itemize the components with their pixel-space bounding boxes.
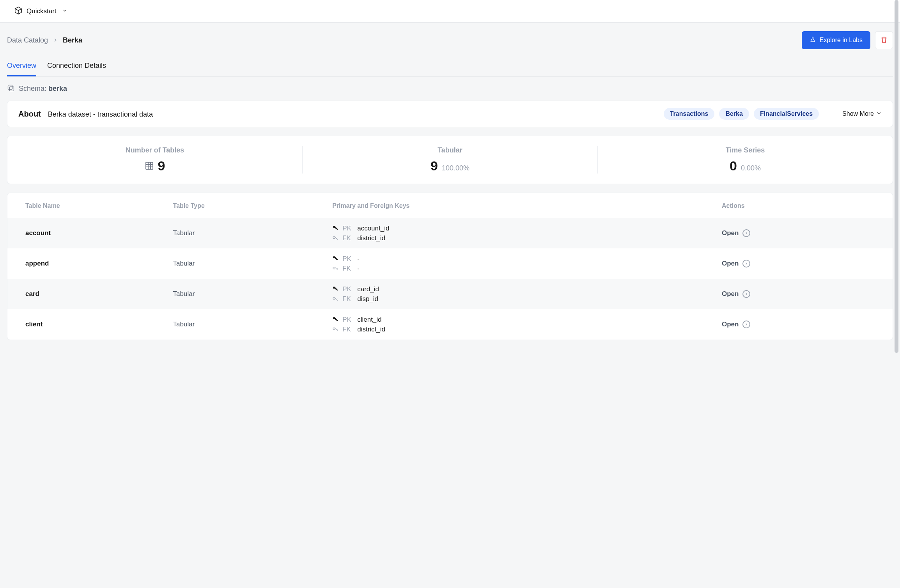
cell-actions: Open [716,218,893,248]
th-actions: Actions [716,193,893,218]
fk-value: disp_id [357,295,378,303]
tables-card: Table Name Table Type Primary and Foreig… [7,193,893,340]
fk-label: FK [342,265,353,273]
open-label: Open [722,229,739,237]
page-header: Data Catalog Berka Explore in Labs [7,23,893,58]
table-row: accountTabularPKaccount_idFKdistrict_idO… [7,218,893,248]
stats-card: Number of Tables 9 Tabular 9 100.00% Tim… [7,136,893,184]
chevron-down-icon [60,8,67,14]
fk-value: district_id [357,234,385,242]
key-icon [332,255,338,263]
cell-table-name: account [7,218,167,248]
cell-actions: Open [716,248,893,279]
explore-in-labs-button[interactable]: Explore in Labs [802,31,870,49]
open-button[interactable]: Open [722,229,750,237]
cell-table-type: Tabular [167,218,326,248]
stat-value: 9 [158,158,165,174]
cell-table-type: Tabular [167,279,326,309]
schema-icon [7,84,15,94]
open-label: Open [722,260,739,267]
th-table-type: Table Type [167,193,326,218]
cell-keys: PK-FK- [326,248,716,279]
svg-rect-0 [8,85,12,89]
stat-value: 0 [730,158,737,174]
schema-indicator: Schema: berka [7,77,893,101]
open-label: Open [722,290,739,298]
stat-percentage: 100.00% [442,164,469,172]
open-button[interactable]: Open [722,290,750,298]
fk-label: FK [342,295,353,303]
key-icon [332,224,338,232]
table-row: appendTabularPK-FK-Open [7,248,893,279]
stat-label: Number of Tables [7,146,302,154]
key-icon [332,285,338,293]
pk-label: PK [342,316,353,324]
key-icon [332,325,338,333]
open-label: Open [722,321,739,328]
pk-value: client_id [357,316,381,324]
cell-keys: PKcard_idFKdisp_id [326,279,716,309]
chevron-right-icon [53,37,58,43]
cell-table-type: Tabular [167,248,326,279]
tables-list: Table Name Table Type Primary and Foreig… [7,193,893,340]
cell-actions: Open [716,309,893,340]
stat-label: Tabular [303,146,597,154]
pk-value: account_id [357,225,389,232]
pk-label: PK [342,255,353,263]
breadcrumb: Data Catalog Berka [7,36,82,44]
svg-rect-1 [10,87,14,91]
key-icon [332,315,338,324]
tab-connection-details[interactable]: Connection Details [47,58,106,76]
table-row: clientTabularPKclient_idFKdistrict_idOpe… [7,309,893,340]
delete-button[interactable] [875,31,893,49]
pk-label: PK [342,225,353,232]
flask-icon [810,36,816,44]
stat-time-series: Time Series 0 0.00% [598,146,893,174]
breadcrumb-root[interactable]: Data Catalog [7,36,48,44]
pk-value: card_id [357,285,379,293]
fk-value: - [357,265,360,273]
svg-rect-2 [146,162,153,169]
stat-percentage: 0.00% [741,164,761,172]
chevron-right-circle-icon [742,321,750,328]
about-description: Berka dataset - transactional data [48,110,153,119]
tag[interactable]: Berka [719,108,749,120]
about-label: About [18,110,41,119]
pk-label: PK [342,285,353,293]
table-row: cardTabularPKcard_idFKdisp_idOpen [7,279,893,309]
open-button[interactable]: Open [722,260,750,267]
th-table-name: Table Name [7,193,167,218]
open-button[interactable]: Open [722,321,750,328]
chevron-down-icon [876,110,882,117]
cell-table-name: card [7,279,167,309]
stat-number-of-tables: Number of Tables 9 [7,146,303,174]
chevron-right-circle-icon [742,290,750,298]
cell-keys: PKclient_idFKdistrict_id [326,309,716,340]
schema-label: Schema: [19,85,48,92]
cell-table-type: Tabular [167,309,326,340]
key-icon [332,234,338,242]
tag[interactable]: FinancialServices [754,108,819,120]
cell-keys: PKaccount_idFKdistrict_id [326,218,716,248]
schema-name: berka [48,85,67,92]
tab-bar: Overview Connection Details [7,58,893,77]
cube-icon [14,6,23,16]
breadcrumb-current: Berka [63,36,82,44]
explore-in-labs-label: Explore in Labs [820,37,863,44]
scrollbar-thumb[interactable] [895,0,898,353]
show-more-label: Show More [842,110,874,117]
fk-value: district_id [357,326,385,333]
trash-icon [881,36,888,44]
stat-tabular: Tabular 9 100.00% [303,146,598,174]
chevron-right-circle-icon [742,260,750,267]
tab-overview[interactable]: Overview [7,58,36,76]
cell-actions: Open [716,279,893,309]
workspace-selector[interactable]: Quickstart [27,7,57,15]
show-more-button[interactable]: Show More [842,110,882,117]
scrollbar[interactable] [895,0,899,356]
fk-label: FK [342,326,353,333]
cell-table-name: append [7,248,167,279]
tag[interactable]: Transactions [664,108,715,120]
topbar: Quickstart [0,0,900,23]
grid-icon [145,161,154,172]
